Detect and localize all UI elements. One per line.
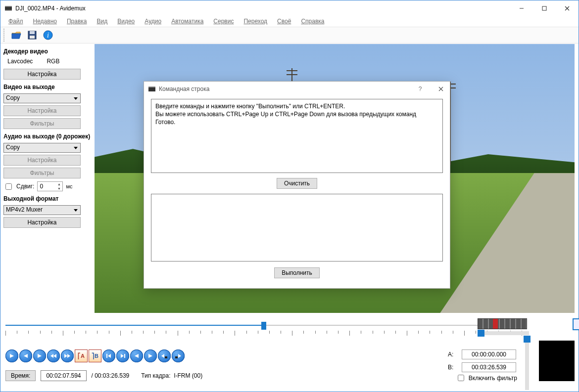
folder-open-icon (11, 30, 22, 41)
dialog-close-button[interactable] (432, 82, 450, 96)
toolbar: i (0, 27, 579, 44)
dialog-log[interactable]: Введите команды и нажмите кнопку "Выполн… (151, 99, 443, 173)
svg-marker-13 (24, 354, 28, 358)
menu-go[interactable]: Переход (239, 17, 272, 26)
decoder-colorspace: RGB (47, 58, 59, 65)
output-format-configure-button[interactable]: Настройка (3, 217, 81, 228)
svg-marker-12 (10, 354, 14, 358)
b-time: 00:03:26.539 (462, 362, 516, 372)
window-title: DJI_0002.MP4 - Avidemux (15, 5, 86, 12)
prev-button[interactable] (19, 349, 32, 362)
output-format-title: Выходной формат (3, 195, 92, 202)
video-out-title: Видео на выходе (3, 84, 92, 90)
svg-rect-9 (30, 36, 35, 39)
thumbnail-toggle[interactable] (573, 318, 579, 330)
svg-marker-28 (178, 354, 181, 358)
svg-rect-2 (5, 10, 12, 11)
menu-custom[interactable]: Своё (272, 17, 296, 26)
menu-audio[interactable]: Аудио (140, 17, 166, 26)
menu-file[interactable]: Файл (3, 17, 28, 26)
goto-end-button[interactable] (116, 349, 129, 362)
a-label: A: (448, 351, 457, 358)
info-button[interactable]: i (41, 28, 55, 42)
dialog-titlebar: Командная строка ? (144, 82, 450, 96)
audio-out-title: Аудио на выходе (0 дорожек) (3, 133, 92, 140)
close-button[interactable] (556, 1, 579, 16)
time-label-box: Время: (5, 370, 36, 381)
audio-out-select[interactable]: Copy (3, 143, 81, 153)
next-button[interactable] (33, 349, 46, 362)
svg-rect-22 (124, 354, 125, 358)
left-panel: Декодер видео Lavcodec RGB Настройка Вид… (3, 44, 92, 230)
shift-label: Сдвиг: (16, 183, 34, 190)
goto-start-button[interactable] (102, 349, 115, 362)
zoom-slider[interactable] (478, 331, 529, 335)
video-out-configure-button[interactable]: Настройка (3, 105, 81, 116)
prev-keyframe-button[interactable] (130, 349, 143, 362)
output-format-select[interactable]: MP4v2 Muxer (3, 205, 81, 215)
enable-filter-row[interactable]: Включить фильтр (456, 373, 517, 383)
svg-marker-14 (38, 354, 42, 358)
total-time: / 00:03:26.539 (92, 372, 130, 379)
svg-rect-30 (148, 87, 155, 87)
menu-help[interactable]: Справка (296, 17, 329, 26)
shift-unit: мс (66, 183, 72, 189)
dialog-input[interactable] (151, 194, 443, 261)
vertical-slider[interactable] (525, 336, 529, 390)
rewind-button[interactable] (47, 349, 60, 362)
titlebar: DJI_0002.MP4 - Avidemux (0, 0, 579, 16)
maximize-button[interactable] (533, 1, 556, 16)
frame-type-value: I-FRM (00) (174, 372, 202, 379)
decoder-configure-button[interactable]: Настройка (3, 69, 81, 80)
audio-out-configure-button[interactable]: Настройка (3, 155, 81, 166)
enable-filter-label: Включить фильтр (469, 375, 517, 382)
enable-filter-checkbox[interactable] (458, 375, 464, 381)
dialog-icon (148, 85, 156, 93)
minimize-button[interactable] (510, 1, 533, 16)
play-button[interactable] (5, 349, 18, 362)
menu-auto[interactable]: Автоматика (166, 17, 208, 26)
mark-a-button[interactable]: ⎡A (75, 349, 88, 362)
app-icon (4, 4, 12, 12)
menu-tools[interactable]: Сервис (208, 17, 239, 26)
command-line-dialog: Командная строка ? Введите команды и наж… (144, 81, 450, 289)
film-cluster (478, 318, 529, 340)
current-time-input[interactable]: 00:02:07.594 (41, 370, 86, 381)
save-button[interactable] (25, 28, 39, 42)
svg-marker-18 (67, 354, 70, 358)
thumbnail-preview (539, 341, 575, 381)
svg-text:i: i (47, 32, 49, 39)
svg-marker-20 (108, 354, 111, 358)
svg-marker-17 (64, 354, 67, 358)
dialog-clear-button[interactable]: Очистить (277, 178, 317, 189)
open-button[interactable] (9, 28, 23, 42)
menu-view[interactable]: Вид (92, 17, 113, 26)
timeline[interactable] (5, 321, 522, 340)
svg-rect-1 (5, 6, 12, 7)
dialog-run-button[interactable]: Выполнить (274, 267, 320, 278)
svg-rect-19 (106, 354, 107, 358)
floppy-icon (27, 30, 38, 41)
shift-checkbox[interactable] (5, 183, 12, 190)
dialog-help-button[interactable]: ? (411, 82, 429, 96)
mark-b-button[interactable]: ⎤B (89, 349, 101, 362)
menu-edit[interactable]: Правка (62, 17, 92, 26)
video-out-filters-button[interactable]: Фильтры (3, 118, 81, 129)
menubar: Файл Недавно Правка Вид Видео Аудио Авто… (0, 16, 579, 27)
time-row: Время: 00:02:07.594 / 00:03:26.539 Тип к… (5, 370, 202, 381)
prev-black-button[interactable] (158, 349, 171, 362)
audio-out-filters-button[interactable]: Фильтры (3, 168, 81, 178)
fforward-button[interactable] (61, 349, 74, 362)
menu-video[interactable]: Видео (112, 17, 140, 26)
next-black-button[interactable] (172, 349, 185, 362)
dialog-title: Командная строка (159, 86, 209, 92)
shift-value-input[interactable]: 0 ▲▼ (37, 181, 63, 191)
video-out-select[interactable]: Copy (3, 93, 81, 103)
menu-recent[interactable]: Недавно (28, 17, 62, 26)
playback-controls: ⎡A ⎤B (5, 349, 185, 362)
svg-rect-8 (30, 31, 35, 34)
next-keyframe-button[interactable] (144, 349, 157, 362)
svg-rect-26 (165, 356, 167, 358)
timeline-cursor[interactable] (261, 322, 266, 330)
info-icon: i (43, 30, 53, 41)
